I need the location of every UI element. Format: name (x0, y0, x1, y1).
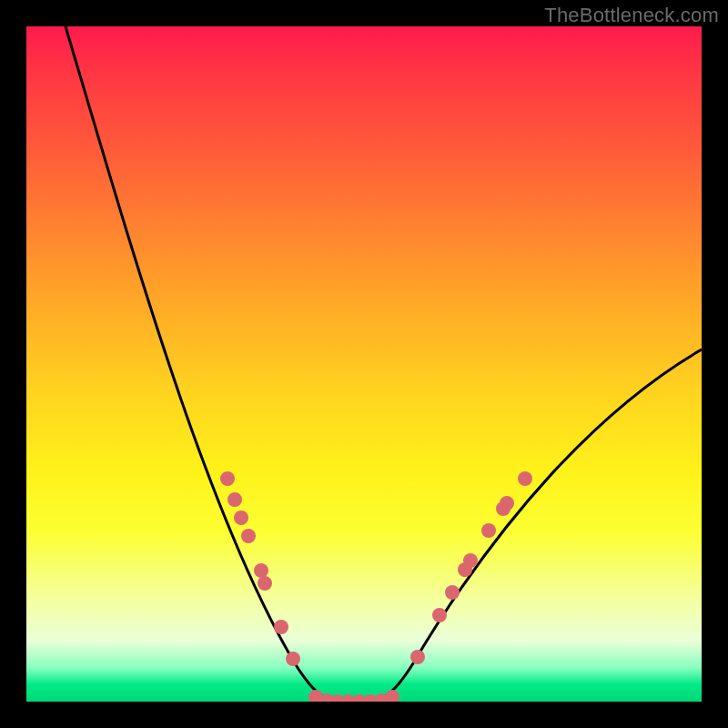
curve-marker (286, 652, 300, 666)
curve-marker (463, 553, 478, 568)
curve-marker (445, 585, 460, 600)
bottleneck-curve-line (66, 26, 702, 702)
curve-marker (228, 492, 242, 507)
watermark-text: TheBottleneck.com (544, 4, 719, 27)
chart-plot-area (26, 26, 702, 702)
curve-marker (241, 529, 256, 543)
curve-marker (258, 576, 272, 591)
curve-marker (220, 471, 235, 486)
curve-marker (254, 563, 268, 578)
curve-marker (518, 471, 532, 486)
curve-marker (432, 608, 447, 622)
curve-marker (385, 690, 399, 702)
curve-marker (500, 496, 514, 511)
curve-marker (274, 620, 288, 634)
curve-marker (481, 523, 496, 538)
curve-marker (234, 511, 248, 525)
chart-svg (26, 26, 702, 702)
curve-marker (410, 650, 425, 664)
curve-markers (220, 471, 532, 702)
